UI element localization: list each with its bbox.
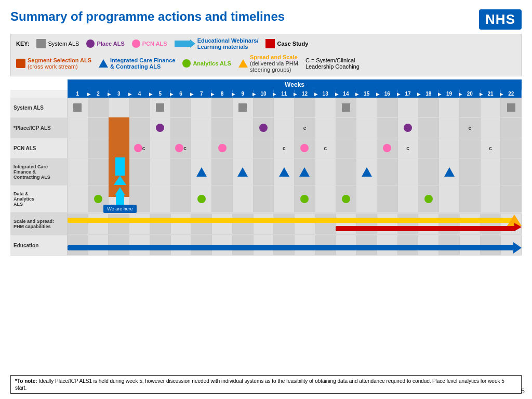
analytics-green-w18	[424, 195, 433, 203]
cell-cells-place-als-10	[254, 118, 274, 138]
cell-cells-pcn-als-1	[68, 138, 88, 158]
cell-cells-icf-als-15	[356, 158, 377, 185]
system-als-icon	[36, 39, 46, 48]
segment-als-label: Segment Selection ALS(cross work stream)	[28, 57, 91, 70]
pcn-c-w13: c	[324, 145, 327, 151]
place-als-c-w20: c	[469, 125, 472, 131]
cell-scale-16	[191, 214, 212, 234]
row-scale-spread: Scale and Spread: PHM capabilities	[10, 212, 522, 235]
place-als-circle-w5	[156, 124, 164, 132]
spread-scale-icon	[238, 59, 248, 68]
key-item-coaching: C = System/ClinicalLeadership Coaching	[305, 57, 360, 70]
row-label-pcn-als: PCN ALS	[10, 138, 68, 158]
week-num-16: 16	[377, 90, 398, 98]
footnote: *To note: Ideally Place/ICP ALS1 is held…	[10, 375, 522, 394]
cell-scale-13	[254, 214, 274, 234]
row-label-analytics-als: Data &AnalyticsALS	[10, 185, 68, 212]
system-als-square-w22	[507, 103, 515, 112]
icf-als-icon	[99, 59, 108, 68]
cell-cells-system-als-1	[68, 98, 88, 117]
case-study-label: Case Study	[277, 41, 308, 47]
cells-place-als: cc	[68, 118, 522, 138]
cell-cells-analytics-als-21	[481, 185, 501, 212]
week-num-2: 2	[88, 90, 109, 98]
week-num-5: 5	[150, 90, 171, 98]
cells-pcn-als: c ccccc	[68, 138, 522, 158]
week-num-18: 18	[418, 90, 439, 98]
cell-cells-place-als-14	[336, 118, 357, 138]
pcn-c-w21: c	[489, 145, 492, 151]
cell-cells-analytics-als-10	[254, 185, 274, 212]
cell-cells-system-als-15	[356, 98, 377, 117]
cell-cells-pcn-als-12	[295, 138, 315, 158]
week-num-21: 21	[481, 90, 501, 98]
cell-cells-icf-als-13	[315, 158, 336, 185]
cell-cells-place-als-6	[171, 118, 192, 138]
cell-cells-analytics-als-9	[233, 185, 254, 212]
coaching-label: C = System/ClinicalLeadership Coaching	[305, 57, 360, 70]
cell-cells-place-als-11	[274, 118, 295, 138]
cell-cells-analytics-als-14	[336, 185, 357, 212]
pcn-c-w17: c	[406, 145, 409, 151]
key-item-icf-als: Integrated Care Finance& Contracting ALS	[99, 57, 175, 70]
cell-cells-icf-als-17	[398, 158, 419, 185]
cell-cells-analytics-als-1	[68, 185, 88, 212]
page-title: Summary of programme actions and timelin…	[10, 9, 285, 24]
cell-cells-system-als-16	[377, 98, 398, 117]
icf-tri-w9	[237, 167, 248, 177]
week-num-10: 10	[254, 90, 274, 98]
yellow-bar	[68, 218, 515, 223]
row-place-als: *Place/ICP ALS cc	[10, 118, 522, 138]
analytics-als-icon	[182, 59, 191, 68]
cell-cells-icf-als-12	[295, 158, 315, 185]
row-label-place-als: *Place/ICP ALS	[10, 118, 68, 138]
cell-cells-analytics-als-12	[295, 185, 315, 212]
key-item-edu-webinars: Educational Webinars/Learning materials	[175, 37, 259, 50]
cell-cells-pcn-als-4: c	[129, 138, 150, 158]
cell-scale-22	[68, 214, 88, 234]
week-num-8: 8	[212, 90, 233, 98]
cell-scale-18	[150, 214, 171, 234]
cell-cells-analytics-als-22	[501, 185, 522, 212]
row-analytics-als: Data &AnalyticsALS We are here	[10, 185, 522, 212]
cell-cells-system-als-13	[315, 98, 336, 117]
cell-scale-11	[295, 214, 315, 234]
edu-webinars-label: Educational Webinars/Learning materials	[197, 37, 259, 50]
week-num-3: 3	[109, 90, 129, 98]
week-num-7: 7	[191, 90, 212, 98]
cell-cells-place-als-5	[150, 118, 171, 138]
cell-scale-15	[212, 214, 233, 234]
cell-cells-place-als-15	[356, 118, 377, 138]
cell-cells-place-als-8	[212, 118, 233, 138]
cell-cells-icf-als-14	[336, 158, 357, 185]
cell-cells-place-als-4	[129, 118, 150, 138]
we-are-here-container: We are here	[103, 187, 136, 213]
cell-cells-pcn-als-22	[501, 138, 522, 158]
key-item-system-als: System ALS	[36, 39, 79, 48]
row-icf-als: Integrated Care Finance &Contracting ALS	[10, 158, 522, 185]
spread-scale-label: Spread and Scale(delivered via PHMsteeri…	[250, 54, 298, 73]
cell-cells-analytics-als-19	[439, 185, 460, 212]
cyan-arrow-body	[115, 157, 125, 176]
system-als-square-w5	[156, 103, 164, 112]
cell-cells-place-als-2	[88, 118, 109, 138]
week-num-9: 9	[233, 90, 254, 98]
week-num-22: 22	[501, 90, 522, 98]
cell-cells-place-als-17	[398, 118, 419, 138]
cell-cells-icf-als-7	[191, 158, 212, 185]
cell-cells-pcn-als-8	[212, 138, 233, 158]
cell-cells-place-als-20: c	[460, 118, 481, 138]
cell-cells-pcn-als-15	[356, 138, 377, 158]
pcn-c-w6: c	[183, 145, 187, 151]
pcn-c-w11: c	[283, 145, 286, 151]
cell-cells-system-als-17	[398, 98, 419, 117]
cell-cells-analytics-als-20	[460, 185, 481, 212]
pcn-c-w4: c	[142, 145, 145, 151]
cell-cells-analytics-als-16	[377, 185, 398, 212]
icf-tri-w19	[444, 167, 455, 177]
edu-webinars-icon	[175, 41, 191, 47]
cell-cells-analytics-als-17	[398, 185, 419, 212]
cell-cells-icf-als-4	[129, 158, 150, 185]
cell-cells-pcn-als-16	[377, 138, 398, 158]
cell-cells-place-als-1	[68, 118, 88, 138]
